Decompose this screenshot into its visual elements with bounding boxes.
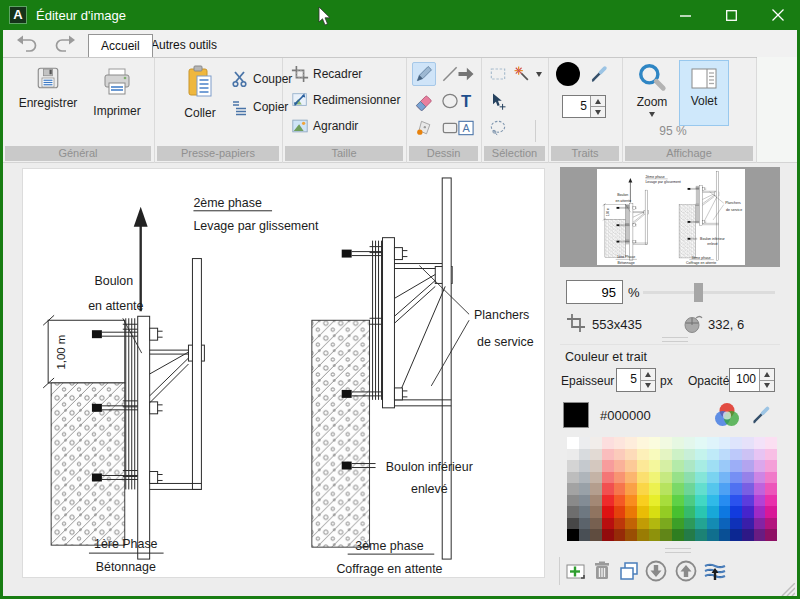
palette-cell[interactable] bbox=[579, 506, 591, 518]
palette-cell[interactable] bbox=[660, 460, 672, 472]
palette-cell[interactable] bbox=[602, 495, 614, 507]
palette-cell[interactable] bbox=[579, 518, 591, 530]
palette-cell[interactable] bbox=[707, 460, 719, 472]
palette-cell[interactable] bbox=[637, 437, 649, 449]
thickness-up[interactable] bbox=[641, 369, 655, 380]
palette-cell[interactable] bbox=[684, 472, 696, 484]
palette-cell[interactable] bbox=[637, 472, 649, 484]
palette-cell[interactable] bbox=[765, 460, 777, 472]
palette-cell[interactable] bbox=[637, 460, 649, 472]
palette-cell[interactable] bbox=[742, 460, 754, 472]
palette-cell[interactable] bbox=[730, 506, 742, 518]
palette-cell[interactable] bbox=[672, 495, 684, 507]
palette-cell[interactable] bbox=[567, 506, 579, 518]
pane-toggle-button[interactable]: Volet bbox=[679, 60, 729, 126]
merge-layers-button[interactable] bbox=[702, 558, 728, 584]
palette-cell[interactable] bbox=[649, 472, 661, 484]
palette-cell[interactable] bbox=[765, 506, 777, 518]
palette-cell[interactable] bbox=[742, 483, 754, 495]
palette-cell[interactable] bbox=[730, 449, 742, 461]
palette-cell[interactable] bbox=[684, 449, 696, 461]
palette-cell[interactable] bbox=[754, 483, 766, 495]
palette-cell[interactable] bbox=[719, 472, 731, 484]
palette-cell[interactable] bbox=[590, 529, 602, 541]
palette-cell[interactable] bbox=[742, 472, 754, 484]
palette-cell[interactable] bbox=[649, 529, 661, 541]
palette-cell[interactable] bbox=[672, 449, 684, 461]
palette-cell[interactable] bbox=[590, 437, 602, 449]
palette-cell[interactable] bbox=[614, 460, 626, 472]
palette-cell[interactable] bbox=[684, 495, 696, 507]
palette-cell[interactable] bbox=[684, 506, 696, 518]
selection-dropdown[interactable] bbox=[532, 62, 546, 86]
enlarge-button[interactable]: Agrandir bbox=[291, 117, 358, 135]
palette-cell[interactable] bbox=[707, 518, 719, 530]
move-layer-down-button[interactable] bbox=[643, 558, 669, 584]
palette-cell[interactable] bbox=[719, 495, 731, 507]
palette-cell[interactable] bbox=[754, 529, 766, 541]
palette-cell[interactable] bbox=[730, 483, 742, 495]
palette-cell[interactable] bbox=[614, 437, 626, 449]
palette-cell[interactable] bbox=[614, 495, 626, 507]
canvas-image[interactable] bbox=[23, 169, 544, 577]
palette-cell[interactable] bbox=[602, 483, 614, 495]
palette-cell[interactable] bbox=[614, 472, 626, 484]
palette-cell[interactable] bbox=[684, 529, 696, 541]
palette-cell[interactable] bbox=[590, 449, 602, 461]
palette-cell[interactable] bbox=[649, 495, 661, 507]
palette-cell[interactable] bbox=[707, 506, 719, 518]
palette-cell[interactable] bbox=[614, 506, 626, 518]
zoom-slider-handle[interactable] bbox=[694, 283, 703, 302]
palette-cell[interactable] bbox=[719, 506, 731, 518]
undo-button[interactable] bbox=[15, 34, 41, 54]
palette-cell[interactable] bbox=[637, 449, 649, 461]
arrow-tool[interactable] bbox=[454, 62, 478, 86]
palette-cell[interactable] bbox=[672, 472, 684, 484]
close-button[interactable] bbox=[755, 0, 800, 30]
palette-cell[interactable] bbox=[660, 506, 672, 518]
palette-cell[interactable] bbox=[707, 529, 719, 541]
palette-cell[interactable] bbox=[754, 472, 766, 484]
palette-cell[interactable] bbox=[625, 495, 637, 507]
palette-cell[interactable] bbox=[672, 506, 684, 518]
palette-cell[interactable] bbox=[765, 495, 777, 507]
palette-cell[interactable] bbox=[579, 449, 591, 461]
palette-cell[interactable] bbox=[660, 529, 672, 541]
palette-cell[interactable] bbox=[672, 437, 684, 449]
palette-cell[interactable] bbox=[625, 518, 637, 530]
lasso-tool[interactable] bbox=[486, 116, 510, 140]
thickness-down[interactable] bbox=[641, 380, 655, 392]
palette-cell[interactable] bbox=[765, 472, 777, 484]
palette-cell[interactable] bbox=[660, 472, 672, 484]
copy-button[interactable]: Copier bbox=[231, 98, 288, 116]
palette-cell[interactable] bbox=[590, 472, 602, 484]
canvas[interactable] bbox=[22, 168, 545, 578]
palette-cell[interactable] bbox=[684, 437, 696, 449]
palette-cell[interactable] bbox=[625, 506, 637, 518]
palette-cell[interactable] bbox=[730, 460, 742, 472]
tab-accueil[interactable]: Accueil bbox=[88, 34, 153, 57]
palette-cell[interactable] bbox=[695, 506, 707, 518]
palette-cell[interactable] bbox=[695, 495, 707, 507]
palette-cell[interactable] bbox=[660, 437, 672, 449]
palette-cell[interactable] bbox=[602, 529, 614, 541]
palette-cell[interactable] bbox=[695, 437, 707, 449]
palette-cell[interactable] bbox=[614, 483, 626, 495]
palette-cell[interactable] bbox=[625, 449, 637, 461]
zoom-input[interactable] bbox=[566, 280, 623, 304]
palette-cell[interactable] bbox=[719, 518, 731, 530]
zoom-slider[interactable] bbox=[643, 291, 775, 294]
palette-cell[interactable] bbox=[579, 495, 591, 507]
palette-cell[interactable] bbox=[637, 483, 649, 495]
opacity-spinner[interactable]: 100 bbox=[729, 368, 775, 392]
palette-cell[interactable] bbox=[695, 449, 707, 461]
stroke-eyedropper[interactable] bbox=[587, 62, 611, 86]
palette-cell[interactable] bbox=[625, 460, 637, 472]
move-selection-tool[interactable] bbox=[486, 89, 510, 113]
stroke-color-swatch[interactable] bbox=[556, 62, 580, 86]
palette-cell[interactable] bbox=[579, 472, 591, 484]
print-button[interactable]: Imprimer bbox=[87, 66, 147, 118]
thumbnail-preview[interactable] bbox=[597, 169, 745, 265]
palette-cell[interactable] bbox=[695, 529, 707, 541]
palette-cell[interactable] bbox=[649, 483, 661, 495]
